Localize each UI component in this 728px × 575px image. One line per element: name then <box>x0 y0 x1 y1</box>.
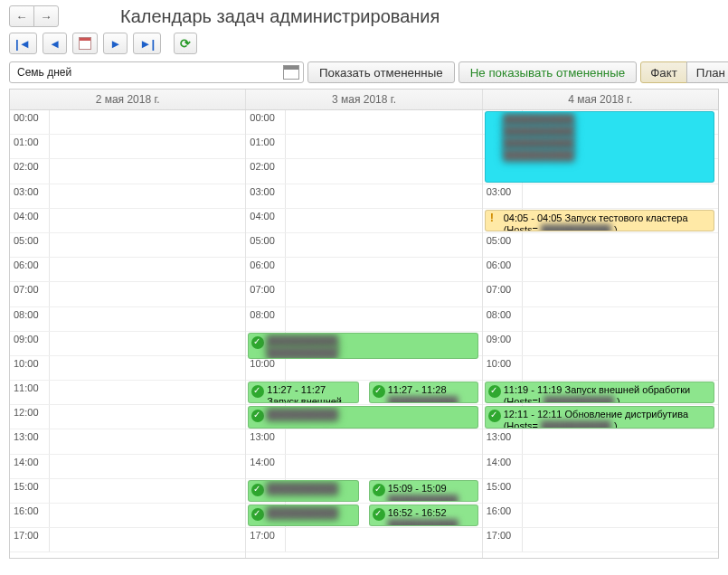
hour-row: 00:00 <box>246 110 481 135</box>
hour-cell[interactable] <box>50 504 245 527</box>
hour-row: 08:00 <box>483 307 718 332</box>
calendar-event[interactable]: 16:52 - 16:52 ██████████ <box>369 504 478 526</box>
hour-cell[interactable] <box>286 184 481 208</box>
hour-cell[interactable] <box>50 479 245 503</box>
hour-row: 13:00 <box>10 429 245 454</box>
hour-cell[interactable] <box>286 159 481 183</box>
hour-cell[interactable] <box>286 455 481 478</box>
hour-row: 07:00 <box>483 282 718 306</box>
date-range-input[interactable]: Семь дней <box>9 61 304 83</box>
hour-cell[interactable] <box>50 184 245 208</box>
hour-cell[interactable] <box>50 282 245 306</box>
hour-row: 03:00 <box>246 184 481 209</box>
hour-cell[interactable] <box>50 356 245 380</box>
calendar-event[interactable]: ████████████████████ <box>248 333 477 360</box>
hour-cell[interactable] <box>286 528 481 551</box>
nav-forward-button[interactable]: → <box>33 5 59 27</box>
hour-cell[interactable] <box>50 110 245 134</box>
hour-row: 17:00 <box>246 528 481 552</box>
calendar-grid: 2 мая 2018 г. 3 мая 2018 г. 4 мая 2018 г… <box>9 89 719 559</box>
hour-cell[interactable] <box>50 405 245 429</box>
hour-cell[interactable] <box>523 356 718 380</box>
hour-cell[interactable] <box>50 332 245 355</box>
calendar-event[interactable]: 15:09 - 15:09 ██████████ <box>369 480 478 502</box>
hour-cell[interactable] <box>286 209 481 232</box>
calendar-event[interactable]: 04:05 - 04:05 Запуск тестового кластера … <box>485 210 714 231</box>
hour-cell[interactable] <box>50 135 245 158</box>
calendar-event[interactable]: ████████████████████████████████████████ <box>485 111 714 183</box>
time-label: 05:00 <box>246 233 286 257</box>
calendar-event[interactable]: 11:19 - 11:19 Запуск внешней обработки (… <box>485 382 714 403</box>
first-page-button[interactable]: |◄ <box>9 33 37 54</box>
last-page-button[interactable]: ►| <box>133 33 161 54</box>
plan-tab[interactable]: План <box>686 61 728 83</box>
calendar-picker-icon[interactable] <box>283 65 299 80</box>
hour-row: 16:00 <box>483 504 718 528</box>
hour-cell[interactable] <box>286 356 481 380</box>
hour-cell[interactable] <box>523 258 718 281</box>
hour-cell[interactable] <box>286 307 481 331</box>
time-label: 00:00 <box>246 110 286 134</box>
hour-cell[interactable] <box>286 429 481 453</box>
calendar-event[interactable]: 12:11 - 12:11 Обновление дистрибутива (H… <box>485 406 714 428</box>
hour-cell[interactable] <box>286 233 481 257</box>
hour-row: 17:00 <box>483 528 718 552</box>
time-label: 11:00 <box>10 381 50 404</box>
hour-cell[interactable] <box>286 282 481 306</box>
time-label: 08:00 <box>246 307 286 331</box>
hour-cell[interactable] <box>50 233 245 257</box>
hour-cell[interactable] <box>523 233 718 257</box>
time-label: 14:00 <box>483 455 523 478</box>
hour-row: 13:00 <box>483 429 718 454</box>
calendar-event[interactable]: ██████████ <box>248 504 359 526</box>
check-icon <box>251 484 264 496</box>
calendar-event[interactable]: 11:27 - 11:28 ██████████ <box>369 382 478 403</box>
day-header: 3 мая 2018 г. <box>245 90 481 109</box>
nav-back-button[interactable]: ← <box>9 5 34 27</box>
hour-cell[interactable] <box>523 307 718 331</box>
hour-row: 14:00 <box>10 455 245 479</box>
hour-cell[interactable] <box>286 258 481 281</box>
time-label: 01:00 <box>246 135 286 158</box>
hour-cell[interactable] <box>523 184 718 208</box>
hour-cell[interactable] <box>50 258 245 281</box>
hour-row: 08:00 <box>246 307 481 332</box>
hour-cell[interactable] <box>50 528 245 551</box>
hour-cell[interactable] <box>50 307 245 331</box>
fact-tab[interactable]: Факт <box>640 61 687 83</box>
event-text: 16:52 - 16:52 ██████████ <box>388 507 459 526</box>
hour-cell[interactable] <box>50 381 245 404</box>
hour-cell[interactable] <box>286 135 481 158</box>
hour-cell[interactable] <box>50 209 245 232</box>
time-label: 01:00 <box>10 135 50 158</box>
check-icon <box>488 385 501 398</box>
calendar-event[interactable]: ██████████ <box>248 480 359 502</box>
time-label: 04:00 <box>10 209 50 232</box>
prev-icon: ◄ <box>49 37 61 51</box>
event-text: 11:19 - 11:19 Запуск внешней обработки (… <box>504 384 690 403</box>
show-cancelled-button[interactable]: Показать отмененные <box>307 61 455 83</box>
check-icon <box>373 508 385 521</box>
time-label: 13:00 <box>246 429 286 453</box>
next-page-button[interactable]: ► <box>103 33 128 54</box>
hour-cell[interactable] <box>523 429 718 453</box>
time-label: 07:00 <box>246 282 286 306</box>
hour-cell[interactable] <box>523 479 718 503</box>
hour-cell[interactable] <box>50 455 245 478</box>
hour-cell[interactable] <box>523 528 718 551</box>
day-header: 4 мая 2018 г. <box>482 90 718 109</box>
hour-cell[interactable] <box>523 332 718 355</box>
hour-cell[interactable] <box>50 429 245 453</box>
hour-row: 10:00 <box>246 356 481 381</box>
hour-cell[interactable] <box>50 159 245 183</box>
hour-cell[interactable] <box>523 282 718 306</box>
calendar-event[interactable]: 11:27 - 11:27 Запуск внешней обработки <box>248 382 359 403</box>
today-button[interactable] <box>72 33 98 54</box>
hide-cancelled-button[interactable]: Не показывать отмененные <box>459 61 638 83</box>
hour-cell[interactable] <box>286 110 481 134</box>
refresh-button[interactable]: ⟳ <box>174 33 197 54</box>
prev-page-button[interactable]: ◄ <box>43 33 67 54</box>
calendar-event[interactable]: ██████████ <box>248 406 477 428</box>
hour-cell[interactable] <box>523 504 718 527</box>
hour-cell[interactable] <box>523 455 718 478</box>
